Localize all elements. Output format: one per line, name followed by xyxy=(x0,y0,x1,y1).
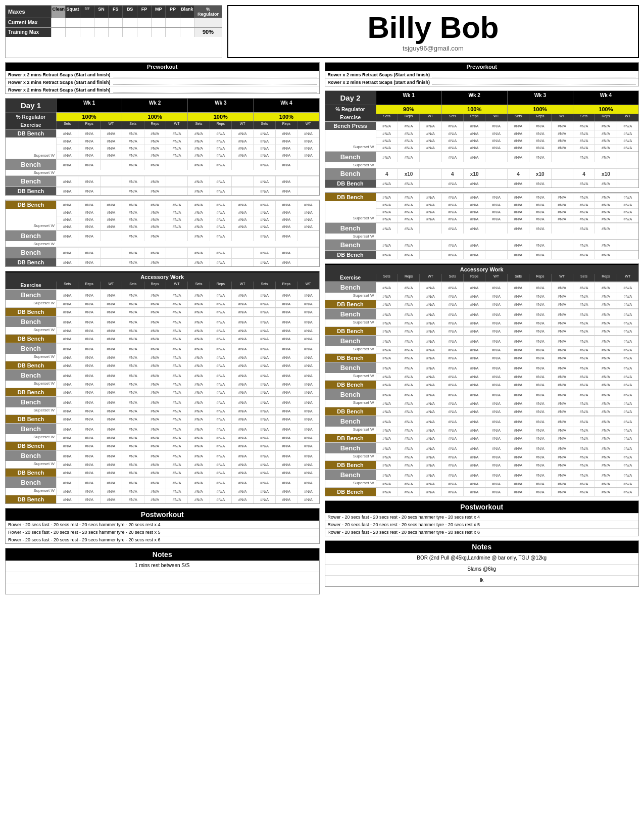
data-cell: #N/A xyxy=(595,480,616,487)
cm-mp[interactable] xyxy=(151,18,165,27)
tm-pp[interactable] xyxy=(165,28,179,37)
data-cell: #N/A xyxy=(100,152,122,159)
day2-bench2-block: Bench 4x104x104x104x10 xyxy=(325,168,639,179)
data-cell: #N/A xyxy=(463,309,485,319)
data-cell: #N/A xyxy=(275,187,297,195)
data-cell: #N/A xyxy=(463,470,485,480)
tm-fs[interactable] xyxy=(108,28,122,37)
data-cell: #N/A xyxy=(463,427,485,434)
data-cell: #N/A xyxy=(187,370,209,381)
cm-squat[interactable] xyxy=(65,18,79,27)
data-cell: #N/A xyxy=(78,434,100,441)
day1-reg-wk1[interactable]: 100% xyxy=(56,112,122,121)
data-cell: #N/A xyxy=(595,336,616,346)
data-cell: #N/A xyxy=(231,354,253,361)
data-cell: #N/A xyxy=(210,300,231,307)
data-cell: #N/A xyxy=(529,319,551,327)
data-cell: #N/A xyxy=(187,442,209,450)
cm-fs[interactable] xyxy=(108,18,122,27)
data-cell: #N/A xyxy=(463,453,485,460)
data-cell: #N/A xyxy=(100,424,122,434)
data-cell: #N/A xyxy=(573,201,595,208)
data-cell: #N/A xyxy=(144,361,166,369)
data-cell: #N/A xyxy=(529,453,551,460)
data-cell: #N/A xyxy=(297,316,319,327)
tm-clean[interactable] xyxy=(51,28,65,37)
data-cell: #N/A xyxy=(231,316,253,327)
data-cell: #N/A xyxy=(398,400,419,407)
tm-bs[interactable] xyxy=(122,28,136,37)
data-cell: #N/A xyxy=(419,319,441,327)
day2-reg-wk4[interactable]: 100% xyxy=(573,105,638,114)
data-cell: #N/A xyxy=(398,251,419,259)
data-cell: #N/A xyxy=(275,434,297,441)
data-cell: #N/A xyxy=(210,209,231,216)
cm-fp[interactable] xyxy=(137,18,151,27)
data-cell: #N/A xyxy=(56,290,78,300)
data-cell: #N/A xyxy=(507,381,529,389)
data-cell: #N/A xyxy=(463,319,485,327)
data-cell: #N/A xyxy=(78,300,100,307)
tm-squat[interactable] xyxy=(65,28,79,37)
data-cell: #N/A xyxy=(187,469,209,477)
day2-bench1-name: Bench xyxy=(325,152,376,162)
data-cell: #N/A xyxy=(122,209,143,216)
day1-reg-wk3[interactable]: 100% xyxy=(187,112,253,121)
tm-extra[interactable] xyxy=(80,28,94,37)
data-cell: #N/A xyxy=(485,400,507,407)
data-cell: #N/A xyxy=(551,381,573,389)
data-cell: #N/A xyxy=(617,488,638,496)
data-cell: #N/A xyxy=(122,137,143,145)
data-cell: #N/A xyxy=(529,400,551,407)
data-cell: #N/A xyxy=(297,415,319,423)
data-cell: #N/A xyxy=(166,290,187,300)
data-cell: #N/A xyxy=(166,209,187,216)
data-cell: #N/A xyxy=(253,354,275,361)
data-cell: #N/A xyxy=(419,400,441,407)
tm-sn[interactable] xyxy=(94,28,108,37)
data-cell: #N/A xyxy=(573,416,595,427)
data-cell: x10 xyxy=(529,168,551,179)
data-cell: #N/A xyxy=(253,290,275,300)
data-cell: #N/A xyxy=(595,461,616,469)
pw-row-3-right: Rower - 20 secs fast - 20 secs rest - 20… xyxy=(325,528,639,536)
data-cell: #N/A xyxy=(122,129,143,137)
data-cell: #N/A xyxy=(551,389,573,400)
data-cell: #N/A xyxy=(231,327,253,334)
data-cell: #N/A xyxy=(275,343,297,354)
day2-reg-wk3[interactable]: 100% xyxy=(507,105,573,114)
data-cell: #N/A xyxy=(144,450,166,461)
day1-reg-wk4[interactable]: 100% xyxy=(253,112,319,121)
data-cell: #N/A xyxy=(122,354,143,361)
cm-sn[interactable] xyxy=(94,18,108,27)
cm-pp[interactable] xyxy=(165,18,179,27)
data-cell: #N/A xyxy=(463,400,485,407)
data-cell: #N/A xyxy=(297,308,319,316)
day2-reg-wk2[interactable]: 100% xyxy=(441,105,507,114)
data-cell: #N/A xyxy=(485,373,507,380)
day1-reg-wk2[interactable]: 100% xyxy=(122,112,187,121)
tm-fp[interactable] xyxy=(137,28,151,37)
cm-extra[interactable] xyxy=(80,18,94,27)
day2-reg-wk1[interactable]: 90% xyxy=(376,105,441,114)
data-cell: #N/A xyxy=(187,495,209,503)
tm-blank[interactable] xyxy=(180,28,194,37)
cm-bs[interactable] xyxy=(122,18,136,27)
data-cell: #N/A xyxy=(551,346,573,353)
data-cell: #N/A xyxy=(485,327,507,335)
cm-blank[interactable] xyxy=(180,18,194,27)
data-cell: #N/A xyxy=(529,122,551,130)
data-cell: #N/A xyxy=(78,308,100,316)
postworkout-title-right: Postworkout xyxy=(325,501,639,513)
tm-mp[interactable] xyxy=(151,28,165,37)
data-cell: #N/A xyxy=(617,137,638,144)
data-cell: #N/A xyxy=(275,290,297,300)
day1-bench2-name: Bench xyxy=(6,176,56,187)
data-cell: #N/A xyxy=(100,137,122,145)
day1-b2-dbench-block: DB Bench #N/A#N/A#N/A#N/A#N/A#N/A#N/A#N/… xyxy=(6,200,319,230)
data-cell: #N/A xyxy=(231,308,253,316)
preworkout-row-1: Rower x 2 mins Retract Scaps (Start and … xyxy=(6,71,319,78)
cm-clean[interactable] xyxy=(51,18,65,27)
data-cell: #N/A xyxy=(210,230,231,241)
data-cell: #N/A xyxy=(297,434,319,441)
